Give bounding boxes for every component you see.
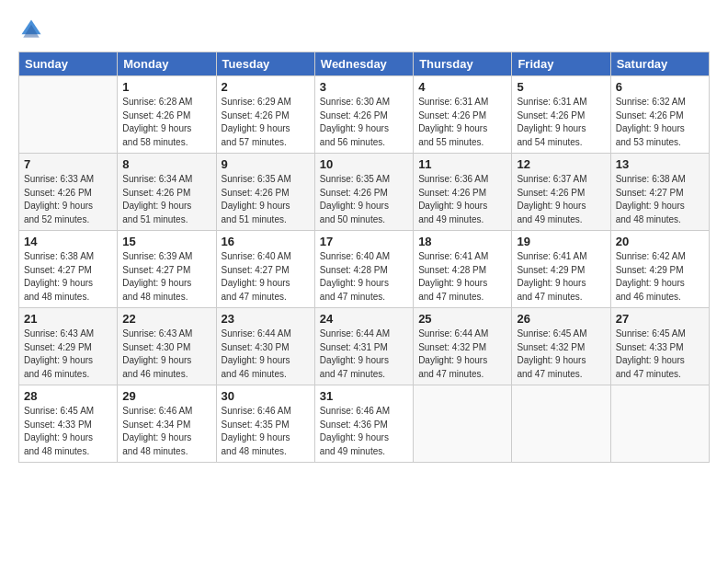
day-number: 5 bbox=[517, 80, 605, 94]
day-number: 20 bbox=[616, 235, 704, 248]
calendar-cell bbox=[512, 385, 610, 463]
calendar-header-row: SundayMondayTuesdayWednesdayThursdayFrid… bbox=[19, 52, 710, 76]
day-info: Sunrise: 6:46 AM Sunset: 4:36 PM Dayligh… bbox=[320, 405, 408, 458]
calendar: SundayMondayTuesdayWednesdayThursdayFrid… bbox=[18, 52, 710, 463]
day-info: Sunrise: 6:37 AM Sunset: 4:26 PM Dayligh… bbox=[517, 173, 605, 226]
calendar-cell: 19Sunrise: 6:41 AM Sunset: 4:29 PM Dayli… bbox=[512, 231, 610, 308]
day-number: 13 bbox=[616, 157, 704, 171]
day-number: 18 bbox=[418, 235, 506, 248]
day-number: 29 bbox=[122, 389, 210, 403]
calendar-cell: 18Sunrise: 6:41 AM Sunset: 4:28 PM Dayli… bbox=[414, 231, 512, 308]
calendar-header-tuesday: Tuesday bbox=[216, 52, 314, 76]
day-number: 14 bbox=[24, 235, 112, 248]
calendar-cell: 5Sunrise: 6:31 AM Sunset: 4:26 PM Daylig… bbox=[512, 76, 610, 154]
calendar-cell: 21Sunrise: 6:43 AM Sunset: 4:29 PM Dayli… bbox=[19, 308, 118, 385]
calendar-cell: 30Sunrise: 6:46 AM Sunset: 4:35 PM Dayli… bbox=[216, 385, 314, 463]
calendar-cell: 8Sunrise: 6:34 AM Sunset: 4:26 PM Daylig… bbox=[118, 154, 216, 231]
day-number: 23 bbox=[222, 312, 310, 326]
day-info: Sunrise: 6:43 AM Sunset: 4:29 PM Dayligh… bbox=[24, 327, 112, 381]
day-info: Sunrise: 6:34 AM Sunset: 4:26 PM Dayligh… bbox=[122, 173, 210, 226]
calendar-cell: 22Sunrise: 6:43 AM Sunset: 4:30 PM Dayli… bbox=[118, 308, 216, 385]
day-number: 11 bbox=[418, 157, 506, 171]
day-info: Sunrise: 6:29 AM Sunset: 4:26 PM Dayligh… bbox=[222, 96, 310, 149]
day-info: Sunrise: 6:45 AM Sunset: 4:33 PM Dayligh… bbox=[616, 327, 704, 381]
calendar-cell: 10Sunrise: 6:35 AM Sunset: 4:26 PM Dayli… bbox=[314, 154, 413, 231]
calendar-week-row: 14Sunrise: 6:38 AM Sunset: 4:27 PM Dayli… bbox=[19, 231, 710, 308]
day-number: 25 bbox=[418, 312, 506, 326]
day-number: 19 bbox=[517, 235, 605, 248]
calendar-cell: 4Sunrise: 6:31 AM Sunset: 4:26 PM Daylig… bbox=[414, 76, 512, 154]
day-number: 28 bbox=[24, 389, 112, 403]
calendar-cell: 17Sunrise: 6:40 AM Sunset: 4:28 PM Dayli… bbox=[314, 231, 413, 308]
day-info: Sunrise: 6:30 AM Sunset: 4:26 PM Dayligh… bbox=[320, 96, 408, 149]
day-info: Sunrise: 6:32 AM Sunset: 4:26 PM Dayligh… bbox=[616, 96, 704, 149]
calendar-cell: 16Sunrise: 6:40 AM Sunset: 4:27 PM Dayli… bbox=[216, 231, 314, 308]
day-number: 24 bbox=[320, 312, 408, 326]
calendar-cell: 2Sunrise: 6:29 AM Sunset: 4:26 PM Daylig… bbox=[216, 76, 314, 154]
day-info: Sunrise: 6:38 AM Sunset: 4:27 PM Dayligh… bbox=[616, 173, 704, 226]
day-info: Sunrise: 6:44 AM Sunset: 4:32 PM Dayligh… bbox=[418, 327, 506, 381]
day-number: 16 bbox=[222, 235, 310, 248]
logo bbox=[18, 17, 48, 42]
day-number: 31 bbox=[320, 389, 408, 403]
day-number: 10 bbox=[320, 157, 408, 171]
calendar-cell bbox=[610, 385, 709, 463]
day-info: Sunrise: 6:45 AM Sunset: 4:33 PM Dayligh… bbox=[24, 405, 112, 458]
day-info: Sunrise: 6:46 AM Sunset: 4:34 PM Dayligh… bbox=[122, 405, 210, 458]
calendar-week-row: 7Sunrise: 6:33 AM Sunset: 4:26 PM Daylig… bbox=[19, 154, 710, 231]
calendar-header-saturday: Saturday bbox=[610, 52, 709, 76]
day-info: Sunrise: 6:39 AM Sunset: 4:27 PM Dayligh… bbox=[122, 250, 210, 304]
day-info: Sunrise: 6:38 AM Sunset: 4:27 PM Dayligh… bbox=[24, 250, 112, 304]
day-number: 6 bbox=[616, 80, 704, 94]
calendar-cell: 28Sunrise: 6:45 AM Sunset: 4:33 PM Dayli… bbox=[19, 385, 118, 463]
page: SundayMondayTuesdayWednesdayThursdayFrid… bbox=[0, 0, 728, 563]
day-info: Sunrise: 6:44 AM Sunset: 4:31 PM Dayligh… bbox=[320, 327, 408, 381]
day-number: 9 bbox=[222, 157, 310, 171]
day-number: 2 bbox=[222, 80, 310, 94]
header bbox=[18, 17, 710, 42]
calendar-cell: 12Sunrise: 6:37 AM Sunset: 4:26 PM Dayli… bbox=[512, 154, 610, 231]
day-info: Sunrise: 6:28 AM Sunset: 4:26 PM Dayligh… bbox=[122, 96, 210, 149]
calendar-cell: 29Sunrise: 6:46 AM Sunset: 4:34 PM Dayli… bbox=[118, 385, 216, 463]
day-number: 26 bbox=[517, 312, 605, 326]
calendar-cell: 23Sunrise: 6:44 AM Sunset: 4:30 PM Dayli… bbox=[216, 308, 314, 385]
day-number: 3 bbox=[320, 80, 408, 94]
day-info: Sunrise: 6:44 AM Sunset: 4:30 PM Dayligh… bbox=[222, 327, 310, 381]
day-info: Sunrise: 6:45 AM Sunset: 4:32 PM Dayligh… bbox=[517, 327, 605, 381]
calendar-cell: 25Sunrise: 6:44 AM Sunset: 4:32 PM Dayli… bbox=[414, 308, 512, 385]
day-number: 1 bbox=[122, 80, 210, 94]
day-number: 17 bbox=[320, 235, 408, 248]
calendar-header-wednesday: Wednesday bbox=[314, 52, 413, 76]
day-number: 8 bbox=[122, 157, 210, 171]
day-number: 4 bbox=[418, 80, 506, 94]
day-number: 27 bbox=[616, 312, 704, 326]
day-info: Sunrise: 6:41 AM Sunset: 4:29 PM Dayligh… bbox=[517, 250, 605, 304]
day-number: 7 bbox=[24, 157, 112, 171]
calendar-cell: 26Sunrise: 6:45 AM Sunset: 4:32 PM Dayli… bbox=[512, 308, 610, 385]
day-number: 15 bbox=[122, 235, 210, 248]
day-info: Sunrise: 6:40 AM Sunset: 4:28 PM Dayligh… bbox=[320, 250, 408, 304]
day-info: Sunrise: 6:41 AM Sunset: 4:28 PM Dayligh… bbox=[418, 250, 506, 304]
calendar-week-row: 28Sunrise: 6:45 AM Sunset: 4:33 PM Dayli… bbox=[19, 385, 710, 463]
calendar-header-thursday: Thursday bbox=[414, 52, 512, 76]
day-info: Sunrise: 6:31 AM Sunset: 4:26 PM Dayligh… bbox=[517, 96, 605, 149]
day-info: Sunrise: 6:35 AM Sunset: 4:26 PM Dayligh… bbox=[320, 173, 408, 226]
calendar-cell: 20Sunrise: 6:42 AM Sunset: 4:29 PM Dayli… bbox=[610, 231, 709, 308]
calendar-header-sunday: Sunday bbox=[19, 52, 118, 76]
calendar-cell: 11Sunrise: 6:36 AM Sunset: 4:26 PM Dayli… bbox=[414, 154, 512, 231]
day-info: Sunrise: 6:46 AM Sunset: 4:35 PM Dayligh… bbox=[222, 405, 310, 458]
day-number: 12 bbox=[517, 157, 605, 171]
calendar-header-monday: Monday bbox=[118, 52, 216, 76]
day-number: 21 bbox=[24, 312, 112, 326]
calendar-cell: 14Sunrise: 6:38 AM Sunset: 4:27 PM Dayli… bbox=[19, 231, 118, 308]
day-info: Sunrise: 6:36 AM Sunset: 4:26 PM Dayligh… bbox=[418, 173, 506, 226]
calendar-cell: 27Sunrise: 6:45 AM Sunset: 4:33 PM Dayli… bbox=[610, 308, 709, 385]
day-number: 22 bbox=[122, 312, 210, 326]
day-info: Sunrise: 6:42 AM Sunset: 4:29 PM Dayligh… bbox=[616, 250, 704, 304]
day-info: Sunrise: 6:31 AM Sunset: 4:26 PM Dayligh… bbox=[418, 96, 506, 149]
logo-icon bbox=[18, 17, 44, 42]
calendar-cell: 9Sunrise: 6:35 AM Sunset: 4:26 PM Daylig… bbox=[216, 154, 314, 231]
calendar-cell: 7Sunrise: 6:33 AM Sunset: 4:26 PM Daylig… bbox=[19, 154, 118, 231]
calendar-cell: 24Sunrise: 6:44 AM Sunset: 4:31 PM Dayli… bbox=[314, 308, 413, 385]
calendar-cell: 1Sunrise: 6:28 AM Sunset: 4:26 PM Daylig… bbox=[118, 76, 216, 154]
